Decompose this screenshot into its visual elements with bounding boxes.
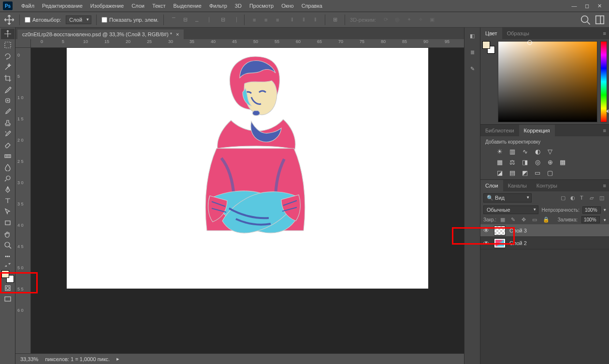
autoselect-dropdown[interactable]: Слой xyxy=(66,15,91,24)
exposure-icon[interactable]: ◐ xyxy=(533,147,542,155)
status-arrow-icon[interactable]: ▸ xyxy=(116,356,119,362)
autoselect-checkbox[interactable]: Автовыбор: xyxy=(25,17,61,23)
panel-menu-icon[interactable]: ≡ xyxy=(600,183,609,189)
window-minimize-icon[interactable]: — xyxy=(571,3,577,9)
filter-image-icon[interactable]: ▢ xyxy=(561,195,567,202)
curves-icon[interactable]: ∿ xyxy=(520,147,530,155)
history-panel-icon[interactable]: ◧ xyxy=(467,30,478,41)
align-top-icon[interactable]: ⎺ xyxy=(169,15,178,25)
colorbalance-icon[interactable]: ⚖ xyxy=(508,158,517,166)
screenmode-tool[interactable] xyxy=(1,294,14,305)
tab-color[interactable]: Цвет xyxy=(480,28,502,39)
move-tool[interactable] xyxy=(1,29,14,39)
eraser-tool[interactable] xyxy=(1,140,14,150)
heal-tool[interactable] xyxy=(1,95,14,106)
dist-vmid-icon[interactable]: ≡ xyxy=(261,15,271,25)
workspace-icon[interactable] xyxy=(594,15,605,25)
menu-text[interactable]: Текст xyxy=(148,3,170,9)
blend-mode-dropdown[interactable]: Обычные xyxy=(483,205,538,214)
dist-right-icon[interactable]: ⦀ xyxy=(310,15,320,25)
tab-swatches[interactable]: Образцы xyxy=(502,28,534,39)
color-swatch[interactable] xyxy=(1,270,14,283)
layer-row[interactable]: 👁Слой 3 xyxy=(480,224,609,237)
rectangle-tool[interactable] xyxy=(1,218,14,228)
brightness-icon[interactable]: ☀ xyxy=(495,147,505,155)
lasso-tool[interactable] xyxy=(1,51,14,61)
dist-bottom-icon[interactable]: ≡ xyxy=(273,15,282,25)
more-tools[interactable]: ••• xyxy=(1,251,14,262)
show-controls-checkbox[interactable]: Показать упр. элем. xyxy=(102,17,159,23)
3d-slide-icon[interactable]: ✧ xyxy=(416,15,425,25)
lock-all-icon[interactable]: 🔒 xyxy=(543,217,550,223)
layer-name[interactable]: Слой 2 xyxy=(509,240,527,246)
eyedropper-tool[interactable] xyxy=(1,84,14,95)
menu-file[interactable]: Файл xyxy=(17,3,38,9)
3d-pan-icon[interactable]: ✦ xyxy=(404,15,414,25)
close-tab-icon[interactable]: × xyxy=(176,31,179,37)
crop-tool[interactable] xyxy=(1,73,14,84)
menu-help[interactable]: Справка xyxy=(298,3,326,9)
layer-filter-dropdown[interactable]: 🔍 Вид xyxy=(483,193,532,203)
colorlookup-icon[interactable]: ▩ xyxy=(558,158,567,166)
color-field[interactable] xyxy=(498,41,597,122)
canvas[interactable] xyxy=(67,48,428,289)
filter-smart-icon[interactable]: ◫ xyxy=(599,195,606,202)
search-icon[interactable] xyxy=(580,15,591,25)
tab-layers[interactable]: Слои xyxy=(480,180,503,191)
lock-transparency-icon[interactable]: ▦ xyxy=(500,217,507,223)
3d-roll-icon[interactable]: ◎ xyxy=(392,15,402,25)
visibility-icon[interactable]: 👁 xyxy=(483,240,490,247)
layer-name[interactable]: Слой 3 xyxy=(509,228,527,233)
tab-channels[interactable]: Каналы xyxy=(503,180,532,191)
menu-window[interactable]: Окно xyxy=(277,3,298,9)
panel-menu-icon[interactable]: ≡ xyxy=(600,128,609,133)
menu-filter[interactable]: Фильтр xyxy=(205,3,231,9)
menu-edit[interactable]: Редактирование xyxy=(38,3,87,9)
path-select-tool[interactable] xyxy=(1,206,14,217)
tab-libraries[interactable]: Библиотеки xyxy=(480,125,519,136)
hand-tool[interactable] xyxy=(1,229,14,239)
menu-select[interactable]: Выделение xyxy=(170,3,205,9)
dist-left-icon[interactable]: ⦀ xyxy=(287,15,297,25)
menu-layers[interactable]: Слои xyxy=(128,3,148,9)
layer-thumbnail[interactable] xyxy=(494,238,506,248)
filter-shape-icon[interactable]: ▱ xyxy=(590,195,596,202)
opacity-value[interactable]: 100% xyxy=(582,206,601,214)
tab-adjustments[interactable]: Коррекция xyxy=(519,125,555,136)
hue-slider[interactable] xyxy=(600,41,607,122)
levels-icon[interactable]: ▥ xyxy=(508,147,517,155)
photofilter-icon[interactable]: ◎ xyxy=(533,158,542,166)
filter-adjust-icon[interactable]: ◐ xyxy=(570,195,577,202)
brush-tool[interactable] xyxy=(1,106,14,117)
3d-zoom-icon[interactable]: ▣ xyxy=(427,15,437,25)
character-panel-icon[interactable]: ✎ xyxy=(467,63,478,74)
visibility-icon[interactable]: 👁 xyxy=(483,227,490,234)
dodge-tool[interactable] xyxy=(1,173,14,184)
tab-paths[interactable]: Контуры xyxy=(532,180,562,191)
canvas-area[interactable] xyxy=(31,48,464,353)
layer-row[interactable]: 👁Слой 2 xyxy=(480,237,609,249)
align-left-icon[interactable]: ⎸ xyxy=(206,15,216,25)
gradientmap-icon[interactable]: ▭ xyxy=(533,169,542,176)
filter-text-icon[interactable]: T xyxy=(580,195,587,202)
hue-icon[interactable]: ▦ xyxy=(495,158,505,166)
auto-align-icon[interactable]: ⊞ xyxy=(330,15,340,25)
window-close-icon[interactable]: ✕ xyxy=(596,3,602,9)
swap-colors-icon[interactable] xyxy=(1,262,14,268)
dist-hmid-icon[interactable]: ⦀ xyxy=(299,15,308,25)
text-tool[interactable] xyxy=(1,195,14,206)
pen-tool[interactable] xyxy=(1,184,14,195)
gradient-tool[interactable] xyxy=(1,151,14,161)
vibrance-icon[interactable]: ▽ xyxy=(545,147,555,155)
channelmixer-icon[interactable]: ⊕ xyxy=(545,158,555,166)
history-brush-tool[interactable] xyxy=(1,129,14,139)
window-maximize-icon[interactable]: ◻ xyxy=(584,3,590,9)
stamp-tool[interactable] xyxy=(1,117,14,128)
selectivecolor-icon[interactable]: ▢ xyxy=(545,169,555,176)
zoom-value[interactable]: 33,33% xyxy=(20,356,38,362)
invert-icon[interactable]: ◪ xyxy=(495,169,505,176)
lock-paint-icon[interactable]: ✎ xyxy=(511,217,518,223)
properties-panel-icon[interactable]: ≣ xyxy=(467,47,478,58)
menu-image[interactable]: Изображение xyxy=(87,3,128,9)
align-hmid-icon[interactable]: ⊟ xyxy=(218,15,228,25)
